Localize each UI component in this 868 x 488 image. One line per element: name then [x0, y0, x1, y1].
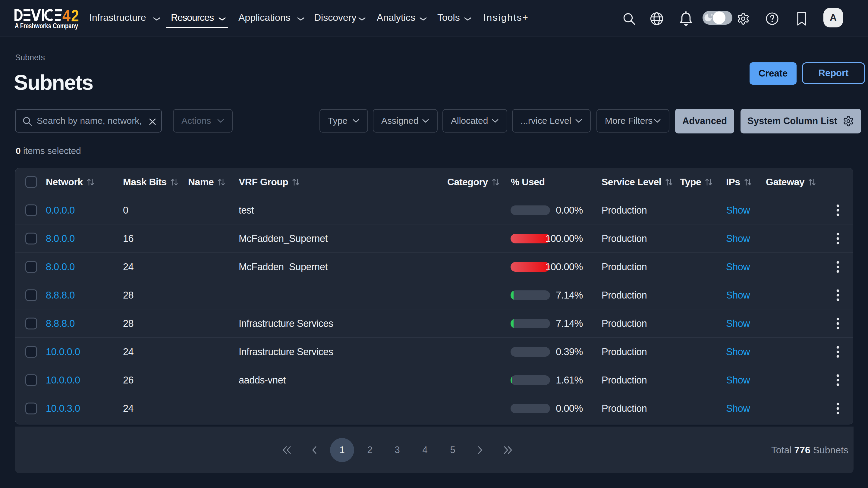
svg-text:A Freshworks Company: A Freshworks Company [15, 22, 78, 30]
